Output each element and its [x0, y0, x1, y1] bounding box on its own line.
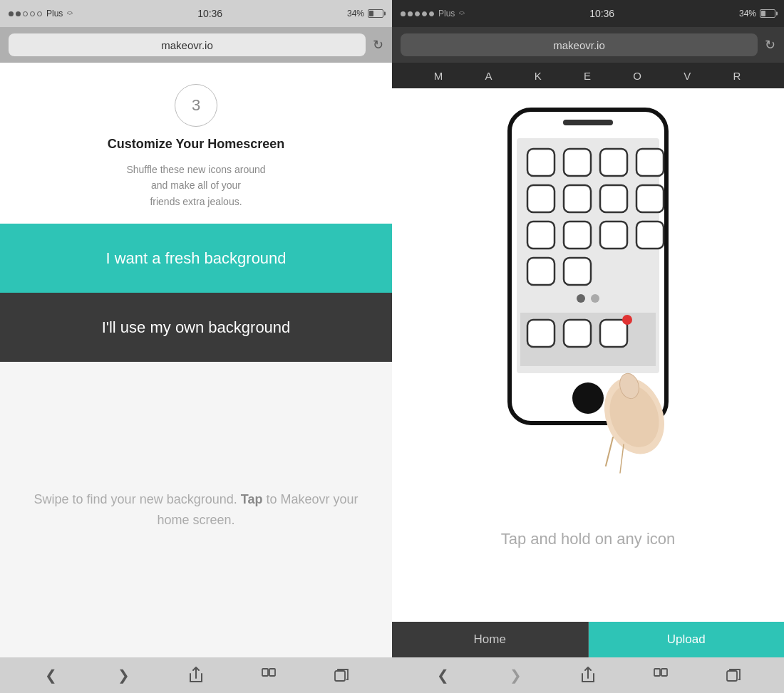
upload-tab-label: Upload: [667, 632, 706, 647]
svg-rect-25: [600, 320, 627, 347]
nav-A: A: [485, 70, 493, 82]
r-signal-3: [415, 11, 420, 16]
right-share-button[interactable]: [574, 661, 602, 689]
svg-point-26: [572, 382, 604, 414]
forward-button[interactable]: ❯: [109, 661, 138, 689]
left-browser-bar: ❮ ❯: [0, 657, 392, 693]
wifi-icon: ⌔: [67, 9, 73, 19]
right-browser-bar: ❮ ❯: [392, 657, 784, 693]
right-refresh-button[interactable]: ↻: [765, 37, 775, 53]
bookmarks-button[interactable]: [254, 661, 283, 689]
svg-rect-1: [269, 669, 275, 676]
svg-line-31: [606, 437, 613, 466]
nav-K: K: [535, 70, 543, 82]
right-status-bar: Plus ⌔ 10:36 34%: [392, 0, 784, 27]
left-url-bar: makeovr.io ↻: [0, 27, 392, 63]
svg-rect-24: [564, 320, 591, 347]
carrier-label: Plus: [46, 9, 63, 19]
svg-rect-16: [600, 222, 627, 249]
step-section: 3 Customize Your Homescreen Shuffle thes…: [93, 63, 299, 224]
r-signal-4: [422, 11, 427, 16]
right-bookmarks-button[interactable]: [646, 661, 675, 689]
signal-dot-3: [23, 11, 28, 16]
svg-rect-0: [262, 669, 268, 676]
svg-rect-15: [564, 222, 591, 249]
battery-percent: 34%: [347, 9, 364, 19]
svg-point-20: [577, 294, 585, 303]
left-url-box[interactable]: makeovr.io: [9, 33, 366, 56]
own-background-label: I'll use my own background: [102, 318, 291, 337]
svg-rect-34: [661, 669, 667, 676]
step-description: Shuffle these new icons aroundand make a…: [126, 162, 265, 209]
left-panel: Plus ⌔ 10:36 34% makeovr.io ↻ 3 Customiz…: [0, 0, 392, 693]
right-tabs-button[interactable]: [719, 661, 748, 689]
nav-M: M: [434, 70, 445, 82]
left-status-left: Plus ⌔: [9, 9, 73, 19]
signal-dot-1: [9, 11, 14, 16]
bottom-tabs: Home Upload: [392, 622, 784, 657]
signal-dot-4: [30, 11, 35, 16]
svg-rect-18: [527, 258, 555, 285]
upload-tab[interactable]: Upload: [589, 622, 785, 657]
home-tab-label: Home: [474, 632, 506, 647]
left-battery-area: 34%: [347, 9, 383, 19]
right-battery-area: 34%: [739, 9, 775, 19]
signal-dot-2: [16, 11, 21, 16]
left-refresh-button[interactable]: ↻: [373, 37, 383, 53]
svg-rect-35: [727, 671, 737, 681]
right-back-button[interactable]: ❮: [428, 661, 457, 689]
svg-rect-13: [636, 185, 664, 212]
fresh-background-label: I want a fresh background: [105, 249, 286, 268]
svg-rect-7: [564, 149, 591, 176]
signal-dots: [9, 11, 42, 16]
battery-fill: [369, 11, 373, 16]
left-main-content: 3 Customize Your Homescreen Shuffle thes…: [0, 63, 392, 657]
tap-instruction: Tap and hold on any icon: [501, 516, 676, 556]
nav-V: V: [684, 70, 692, 82]
right-carrier: Plus: [438, 9, 455, 19]
svg-rect-14: [527, 222, 555, 249]
nav-E: E: [584, 70, 592, 82]
signal-dot-5: [37, 11, 42, 16]
fresh-background-button[interactable]: I want a fresh background: [0, 224, 392, 293]
right-url-bar: makeovr.io ↻: [392, 27, 784, 63]
step-title: Customize Your Homescreen: [108, 137, 284, 152]
back-button[interactable]: ❮: [36, 661, 65, 689]
svg-rect-12: [600, 185, 627, 212]
r-signal-2: [408, 11, 413, 16]
right-forward-button[interactable]: ❯: [501, 661, 530, 689]
svg-rect-33: [654, 669, 660, 676]
step-circle: 3: [175, 84, 217, 127]
svg-rect-23: [527, 320, 555, 347]
svg-rect-2: [335, 671, 345, 681]
own-background-button[interactable]: I'll use my own background: [0, 293, 392, 362]
hint-text: Swipe to find your new background. Tap t…: [29, 489, 363, 531]
nav-O: O: [633, 70, 643, 82]
phone-svg: [481, 103, 695, 516]
phone-illustration-area: Tap and hold on any icon: [392, 88, 784, 622]
tabs-button[interactable]: [327, 661, 356, 689]
right-status-left: Plus ⌔: [401, 9, 465, 19]
right-panel: Plus ⌔ 10:36 34% makeovr.io ↻ M A K E O …: [392, 0, 784, 693]
right-battery-icon: [760, 9, 775, 18]
svg-rect-8: [600, 149, 627, 176]
svg-rect-6: [527, 149, 555, 176]
svg-rect-4: [563, 120, 613, 125]
share-button[interactable]: [182, 661, 210, 689]
svg-rect-11: [564, 185, 591, 212]
nav-letters-bar: M A K E O V R: [392, 63, 784, 88]
r-signal-5: [429, 11, 434, 16]
right-url-box[interactable]: makeovr.io: [401, 33, 758, 56]
r-signal-1: [401, 11, 406, 16]
step-number: 3: [192, 96, 200, 115]
svg-rect-9: [636, 149, 664, 176]
svg-rect-19: [564, 258, 591, 285]
right-time: 10:36: [589, 8, 614, 19]
right-battery-fill: [761, 11, 765, 16]
svg-rect-17: [636, 222, 664, 249]
left-status-bar: Plus ⌔ 10:36 34%: [0, 0, 392, 27]
left-hint-area: Swipe to find your new background. Tap t…: [0, 362, 392, 657]
left-time: 10:36: [197, 8, 222, 19]
home-tab[interactable]: Home: [392, 622, 589, 657]
right-signal-dots: [401, 11, 434, 16]
